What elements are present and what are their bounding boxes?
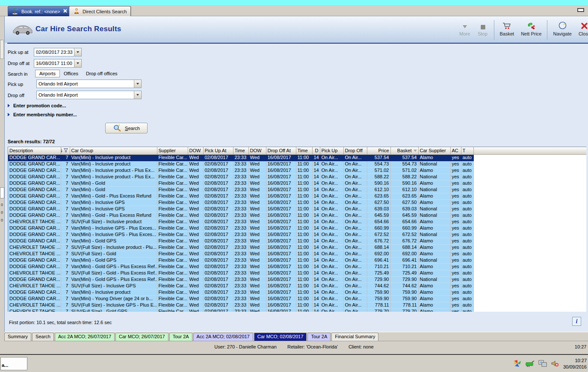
results-row[interactable]: DODGE GRAND CAR...7Van(Mini) - GoldFlexi…	[8, 180, 586, 186]
column-header-dow[interactable]: DOW	[248, 147, 266, 154]
network-card-icon[interactable]	[525, 360, 535, 368]
muted-speaker-icon[interactable]	[551, 360, 559, 368]
navigate-button[interactable]: Navigate	[550, 19, 575, 41]
close-button[interactable]: Close	[575, 19, 588, 41]
results-row[interactable]: DODGE GRAND CAR...7Van(Mini) - Gold GPSF…	[8, 238, 586, 244]
column-header-car-supplier[interactable]: Car Supplier	[418, 147, 450, 154]
column-header-drop-off-at[interactable]: Drop Off At	[266, 147, 296, 154]
tab-direct-clients-search[interactable]: Direct Clients Search	[69, 6, 131, 16]
results-row[interactable]: DODGE GRAND CAR...7Van(Mini) - Inclusive…	[8, 206, 586, 212]
tab-close-icon[interactable]	[63, 9, 68, 14]
table-cell: 23:33	[233, 251, 248, 257]
chevron-down-icon[interactable]	[134, 80, 141, 88]
results-row[interactable]: DODGE GRAND CAR...7Van(Mini) - Inclusive…	[8, 161, 586, 167]
filter-funnel-icon[interactable]	[63, 148, 68, 154]
results-row[interactable]: DODGE GRAND CAR...7Van(Mini) - Inclusive…	[8, 174, 586, 180]
column-header-s[interactable]: S	[61, 147, 70, 154]
bottom-tab-car-mco-02-08-2017[interactable]: Car MCO; 02/08/2017	[254, 333, 307, 341]
chevron-down-icon[interactable]	[134, 91, 141, 99]
promotion-code-toggle[interactable]: Enter promotion code...	[8, 103, 66, 108]
results-row[interactable]: DODGE GRAND CAR...7Van(Mini) - Inclusive…	[8, 225, 586, 231]
results-row[interactable]: DODGE GRAND CAR...7Van(Mini) - Inclusive…	[8, 154, 586, 161]
table-cell: 14	[312, 193, 320, 199]
results-row[interactable]: DODGE GRAND CAR...7Van(Mini) - Gold - Pl…	[8, 212, 586, 218]
column-header-time[interactable]: Time	[233, 147, 248, 154]
bottom-tab-tour-2a[interactable]: Tour 2A	[169, 333, 192, 341]
table-cell: 692.00	[367, 251, 390, 257]
table-cell: 14	[312, 167, 320, 174]
results-row[interactable]: CHEVROLET TAHOE ...7SUV(Full Size) - Inc…	[8, 283, 586, 289]
results-row[interactable]: CHEVROLET TAHOE ...7SUV(Full Size) - Gol…	[8, 308, 586, 312]
minimize-box-icon[interactable]	[577, 8, 584, 12]
info-button[interactable]: i	[572, 317, 581, 326]
search-in-option-drop-off-offices[interactable]: Drop off offices	[82, 70, 121, 77]
chevron-down-icon[interactable]	[74, 48, 81, 56]
drop-off-combobox[interactable]: Orlando Intl Airport	[36, 91, 142, 99]
antivirus-pinwheel-icon[interactable]	[513, 359, 522, 369]
table-cell: auto	[461, 251, 473, 257]
bottom-tab-summary[interactable]: Summary	[4, 333, 31, 341]
results-row[interactable]: DODGE GRAND CAR...7Van(Mini) - Gold GPS …	[8, 276, 586, 283]
column-header-pick-up-at[interactable]: Pick Up At	[203, 147, 233, 154]
results-row[interactable]: DODGE GRAND CAR...7Van(Mini) - Young Dri…	[8, 295, 586, 302]
table-cell: On Air...	[343, 238, 367, 244]
table-cell: Wed	[188, 180, 203, 186]
results-row[interactable]: DODGE GRAND CAR...7Van(Mini) - Gold - Pl…	[8, 193, 586, 199]
search-in-option-airports[interactable]: Airports	[35, 70, 60, 77]
network-computers-icon[interactable]	[538, 360, 547, 368]
results-row[interactable]: CHEVROLET TAHOE ...7SUV(Full Size) - Inc…	[8, 244, 586, 251]
bottom-tab-car-mco-26-07-2017[interactable]: Car MCO; 26/07/2017	[115, 333, 168, 341]
pick-up-at-combobox[interactable]: 02/08/2017 23:33	[34, 48, 82, 56]
table-cell: National	[418, 212, 450, 218]
bottom-tab-acc-2a-mco-02-08-2017[interactable]: Acc 2A MCO; 02/08/2017	[193, 333, 253, 341]
search-button[interactable]: Search	[105, 123, 148, 133]
bottom-tab-acc-2a-mco-26-07-2017[interactable]: Acc 2A MCO; 26/07/2017	[55, 333, 115, 341]
chevron-down-icon[interactable]	[74, 59, 81, 67]
bottom-tab-search[interactable]: Search	[32, 333, 54, 341]
results-row[interactable]: DODGE GRAND CAR...7Van(Mini) - Gold GPS …	[8, 263, 586, 270]
results-row[interactable]: DODGE GRAND CAR...7Van(Mini) - Inclusive…	[8, 167, 586, 174]
column-header-ac[interactable]: AC	[450, 147, 461, 154]
table-cell: 654.66	[367, 218, 390, 225]
column-header-d[interactable]: D	[312, 147, 320, 154]
table-cell: 744.62	[367, 283, 390, 289]
bottom-tab-tour-2a[interactable]: Tour 2A	[307, 333, 331, 341]
table-cell: Wed	[188, 174, 203, 180]
basket-button[interactable]: Basket	[496, 19, 518, 41]
table-cell: DODGE GRAND CAR...	[8, 154, 61, 161]
nett-price-button[interactable]: Nett Price	[517, 19, 545, 41]
results-row[interactable]: DODGE GRAND CAR...7Van(Mini) - Gold GPSF…	[8, 257, 586, 263]
column-header-description[interactable]: Description	[8, 147, 61, 154]
search-in-option-offices[interactable]: Offices	[60, 70, 82, 77]
tab-booking-ref[interactable]: Book. ref.: <none>	[8, 6, 72, 16]
table-cell: auto	[461, 180, 473, 186]
results-row[interactable]: CHEVROLET TAHOE ...7SUV(Full Size) - Inc…	[8, 302, 586, 308]
table-cell: Wed	[248, 289, 266, 295]
taskbar-app-button[interactable]: a...	[0, 357, 27, 370]
results-row[interactable]: CHEVROLET TAHOE ...7SUV(Full Size) - Inc…	[8, 218, 586, 225]
table-cell: 590.16	[367, 180, 390, 186]
membership-number-toggle[interactable]: Enter membership number...	[8, 112, 77, 117]
results-row[interactable]: CHEVROLET TAHOE ...7SUV(Full Size) - Gol…	[8, 251, 586, 257]
results-row[interactable]: DODGE GRAND CAR...7Van(Mini) - GoldFlexi…	[8, 186, 586, 193]
table-cell: Wed	[188, 283, 203, 289]
table-cell: Flexible Car...	[157, 212, 188, 218]
column-header-car-group[interactable]: Car Group	[70, 147, 157, 154]
results-row[interactable]: DODGE GRAND CAR...7Van(Mini) - Inclusive…	[8, 231, 586, 238]
column-header-drop-off[interactable]: Drop Off	[343, 147, 367, 154]
column-header-basket[interactable]: Basket	[390, 147, 418, 154]
column-header-dow[interactable]: DOW	[188, 147, 203, 154]
results-row[interactable]: DODGE GRAND CAR...7Van(Mini) - Inclusive…	[8, 289, 586, 295]
drop-off-at-combobox[interactable]: 16/08/2017 11:00	[34, 59, 82, 68]
column-header-price[interactable]: Price	[367, 147, 390, 154]
column-header-supplier[interactable]: Supplier	[157, 147, 188, 154]
pick-up-combobox[interactable]: Orlando Intl Airport	[36, 80, 142, 88]
column-header-pick-up[interactable]: Pick Up	[320, 147, 343, 154]
table-cell: 02/08/2017	[203, 225, 233, 231]
column-header-time[interactable]: Time	[296, 147, 312, 154]
table-cell: DODGE GRAND CAR...	[8, 289, 61, 295]
results-row[interactable]: CHEVROLET TAHOE ...7SUV(Full Size) - Gol…	[8, 270, 586, 276]
results-row[interactable]: DODGE GRAND CAR...7Van(Mini) - Inclusive…	[8, 199, 586, 206]
column-header-t[interactable]: T	[461, 147, 473, 154]
bottom-tab-financial-summary[interactable]: Financial Summary	[331, 333, 378, 341]
